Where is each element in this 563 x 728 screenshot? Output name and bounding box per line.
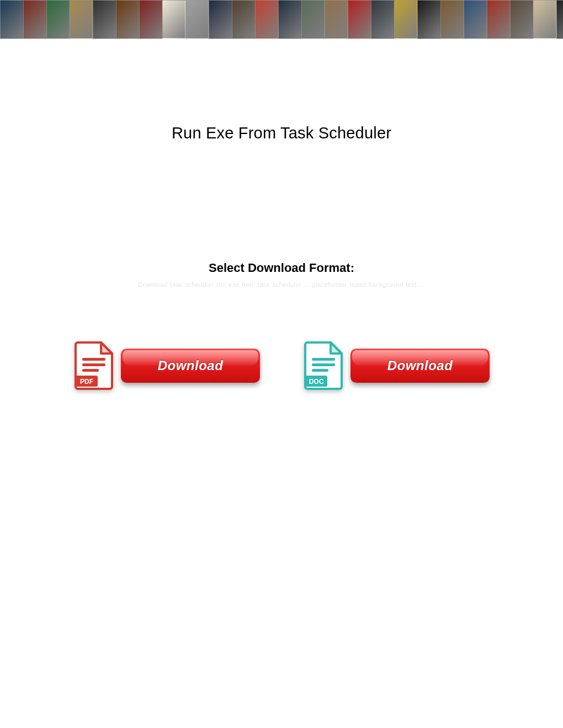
download-doc-button[interactable]: Download <box>350 349 490 383</box>
download-pdf-button[interactable]: Download <box>121 349 260 383</box>
svg-rect-5 <box>312 363 335 366</box>
banner-collage <box>0 0 563 39</box>
banner-tile <box>255 0 278 39</box>
banner-tile <box>46 0 70 39</box>
banner-tile <box>556 0 563 39</box>
banner-tile <box>232 0 255 39</box>
banner-tile <box>301 0 325 39</box>
banner-tile <box>93 0 116 39</box>
banner-tile <box>440 0 464 39</box>
banner-tile <box>464 0 487 39</box>
banner-tile <box>348 0 371 39</box>
banner-tile <box>23 0 46 39</box>
svg-rect-4 <box>312 358 335 361</box>
banner-tile <box>510 0 533 39</box>
banner-tile <box>394 0 417 39</box>
banner-tile <box>139 0 162 39</box>
svg-rect-1 <box>82 363 105 366</box>
banner-tile <box>325 0 348 39</box>
banner-tile <box>162 0 185 39</box>
banner-tile <box>116 0 139 39</box>
download-doc-label: Download <box>387 358 453 373</box>
ghost-background-text: Download task scheduler run exe from tas… <box>44 281 519 289</box>
svg-rect-2 <box>82 369 99 372</box>
banner-tile <box>487 0 510 39</box>
download-pdf-label: Download <box>158 358 224 373</box>
download-row: PDF Download DOC Download <box>0 341 563 390</box>
page-title: Run Exe From Task Scheduler <box>0 124 563 142</box>
select-format-label: Select Download Format: <box>0 261 563 275</box>
banner-tile <box>371 0 394 39</box>
svg-rect-6 <box>312 369 328 372</box>
banner-tile <box>533 0 556 39</box>
download-group-doc: DOC Download <box>303 341 490 390</box>
banner-tile <box>278 0 301 39</box>
doc-label: DOC <box>309 378 324 386</box>
pdf-label: PDF <box>80 378 93 386</box>
banner-tile <box>417 0 440 39</box>
banner-tile <box>209 0 232 39</box>
download-group-pdf: PDF Download <box>73 341 260 390</box>
banner-tile <box>70 0 93 39</box>
doc-file-icon: DOC <box>303 341 344 390</box>
banner-tile <box>0 0 23 39</box>
pdf-file-icon: PDF <box>73 341 114 390</box>
banner-tile <box>185 0 209 39</box>
svg-rect-0 <box>82 358 105 361</box>
